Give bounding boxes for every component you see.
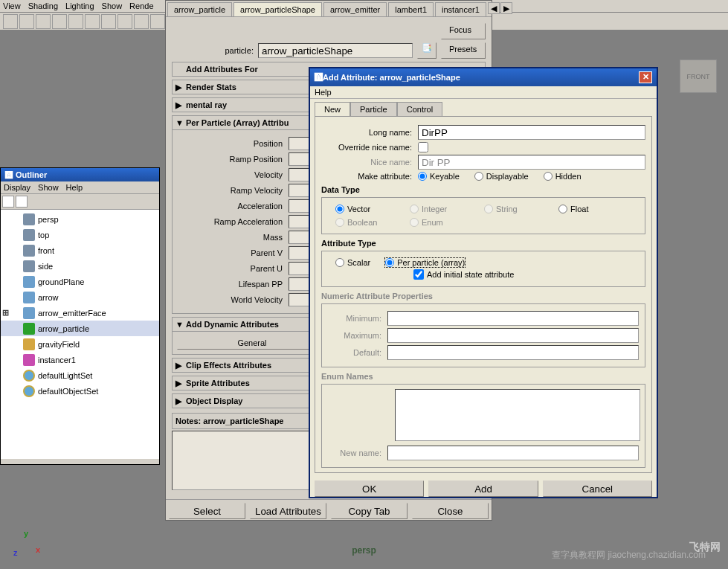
outliner-item-defaultObjectSet[interactable]: defaultObjectSet bbox=[1, 383, 159, 399]
particle-label: particle: bbox=[172, 46, 254, 55]
outliner-toggle-icon[interactable] bbox=[2, 196, 14, 208]
tab-arrow-particle[interactable]: arrow_particle bbox=[167, 2, 232, 16]
outliner-item-gravityField[interactable]: gravityField bbox=[1, 336, 159, 352]
load-attributes-button[interactable]: Load Attributes bbox=[250, 503, 326, 519]
radio-keyable[interactable]: Keyable bbox=[418, 172, 460, 181]
vp-menu-show[interactable]: Show bbox=[102, 1, 123, 10]
vp-menu-shading[interactable]: Shading bbox=[28, 1, 58, 10]
outliner-item-side[interactable]: side bbox=[1, 258, 159, 274]
radio-displayable[interactable]: Displayable bbox=[474, 172, 529, 181]
toolbar-btn[interactable] bbox=[68, 14, 83, 29]
toolbar-btn[interactable] bbox=[52, 14, 67, 29]
add-attribute-dialog: 🅰 Add Attribute: arrow_particleShape ✕ H… bbox=[309, 67, 658, 498]
radio-vector[interactable]: Vector bbox=[335, 205, 410, 213]
outliner-item-persp[interactable]: persp bbox=[1, 211, 159, 227]
tabs-prev-icon[interactable]: ◀ bbox=[488, 2, 500, 14]
vp-menu-view[interactable]: View bbox=[3, 1, 21, 10]
nice-name-label: Nice name: bbox=[321, 158, 418, 167]
presets-button[interactable]: Presets bbox=[441, 42, 486, 59]
close-button[interactable]: Close bbox=[412, 503, 489, 519]
outliner-item-groundPlane[interactable]: groundPlane bbox=[1, 274, 159, 289]
initial-state-checkbox[interactable] bbox=[413, 269, 424, 280]
select-button[interactable]: Select bbox=[169, 503, 245, 519]
outliner-menu-display[interactable]: Display bbox=[4, 183, 30, 192]
radio-per-particle[interactable]: Per particle (array) bbox=[385, 258, 465, 267]
tabs-next-icon[interactable]: ▶ bbox=[500, 2, 512, 14]
outliner-item-instancer1[interactable]: instancer1 bbox=[1, 352, 159, 367]
toolbar-btn[interactable] bbox=[19, 14, 34, 29]
outliner-menu-help[interactable]: Help bbox=[66, 183, 83, 192]
outliner-item-top[interactable]: top bbox=[1, 227, 159, 242]
toolbar-btn[interactable] bbox=[3, 14, 18, 29]
long-name-field[interactable] bbox=[418, 125, 645, 140]
watermark-text: 查字典教程网 jiaocheng.chazidian.com bbox=[552, 549, 706, 562]
general-button[interactable]: General bbox=[177, 336, 327, 350]
make-attribute-label: Make attribute: bbox=[321, 172, 418, 181]
tab-control[interactable]: Control bbox=[397, 102, 442, 116]
nice-name-field bbox=[418, 155, 645, 170]
outliner-item-arrow_particle[interactable]: arrow_particle bbox=[1, 321, 159, 336]
outliner-item-arrow_emitterFace[interactable]: ⊞arrow_emitterFace bbox=[1, 305, 159, 321]
toolbar-btn[interactable] bbox=[117, 14, 132, 29]
attr-label: Parent V bbox=[177, 248, 289, 257]
outliner-toggle-icon[interactable] bbox=[16, 196, 28, 208]
radio-boolean: Boolean bbox=[335, 218, 410, 227]
node-icon bbox=[23, 370, 35, 382]
attr-label: Mass bbox=[177, 233, 289, 242]
tab-lambert1[interactable]: lambert1 bbox=[388, 2, 434, 16]
focus-button[interactable]: Focus bbox=[441, 23, 486, 39]
tab-instancer1[interactable]: instancer1 bbox=[435, 2, 486, 16]
outliner-item-arrow[interactable]: arrow bbox=[1, 289, 159, 305]
enum-names-header: Enum Names bbox=[321, 372, 645, 381]
dialog-titlebar[interactable]: 🅰 Add Attribute: arrow_particleShape ✕ bbox=[310, 68, 657, 86]
radio-float[interactable]: Float bbox=[558, 205, 633, 213]
outliner-item-defaultLightSet[interactable]: defaultLightSet bbox=[1, 367, 159, 383]
tab-new[interactable]: New bbox=[315, 102, 350, 116]
add-button[interactable]: Add bbox=[428, 480, 538, 497]
particle-name-field[interactable] bbox=[258, 43, 413, 58]
node-icon bbox=[23, 229, 35, 241]
node-label: defaultObjectSet bbox=[38, 387, 98, 396]
tab-arrow-particle-shape[interactable]: arrow_particleShape bbox=[233, 2, 322, 16]
tab-arrow-emitter[interactable]: arrow_emitter bbox=[323, 2, 387, 16]
node-select-icon[interactable]: 📑 bbox=[417, 42, 437, 59]
minimum-field bbox=[387, 311, 639, 326]
cancel-button[interactable]: Cancel bbox=[543, 480, 652, 497]
attr-label: Velocity bbox=[177, 170, 289, 179]
long-name-label: Long name: bbox=[321, 128, 418, 137]
radio-hidden[interactable]: Hidden bbox=[544, 172, 582, 181]
outliner-menu[interactable]: Display Show Help bbox=[1, 181, 159, 194]
node-label: front bbox=[38, 246, 54, 255]
tab-particle[interactable]: Particle bbox=[350, 102, 397, 116]
close-icon[interactable]: ✕ bbox=[639, 71, 652, 83]
attr-label: Lifespan PP bbox=[177, 280, 289, 289]
dialog-menu-help[interactable]: Help bbox=[310, 86, 657, 99]
ok-button[interactable]: OK bbox=[315, 480, 424, 497]
override-nice-name-checkbox[interactable] bbox=[418, 142, 428, 152]
viewcube-icon[interactable]: FRONT bbox=[680, 60, 717, 93]
attr-label: Ramp Velocity bbox=[177, 186, 289, 195]
node-label: instancer1 bbox=[38, 356, 76, 364]
outliner-menu-show[interactable]: Show bbox=[38, 183, 59, 192]
outliner-tree[interactable]: persptopfrontsidegroundPlanearrow⊞arrow_… bbox=[1, 210, 159, 459]
enum-names-list bbox=[395, 389, 640, 441]
toolbar-btn[interactable] bbox=[85, 14, 100, 29]
radio-enum: Enum bbox=[410, 218, 484, 227]
vp-menu-render[interactable]: Rende bbox=[129, 1, 153, 10]
toolbar-btn[interactable] bbox=[101, 14, 116, 29]
toolbar-btn[interactable] bbox=[36, 14, 51, 29]
toolbar-btn[interactable] bbox=[134, 14, 149, 29]
node-icon bbox=[23, 354, 35, 366]
vp-menu-lighting[interactable]: Lighting bbox=[65, 1, 94, 10]
toolbar-btn[interactable] bbox=[150, 14, 165, 29]
node-label: persp bbox=[38, 215, 59, 224]
outliner-item-front[interactable]: front bbox=[1, 242, 159, 258]
attr-label: Acceleration bbox=[177, 202, 289, 210]
maximum-field bbox=[387, 328, 639, 343]
axis-gizmo-icon: y x z bbox=[13, 533, 36, 556]
copy-tab-button[interactable]: Copy Tab bbox=[331, 503, 408, 519]
node-label: defaultLightSet bbox=[38, 371, 92, 380]
node-label: arrow bbox=[38, 293, 59, 302]
radio-scalar[interactable]: Scalar bbox=[335, 258, 370, 267]
node-icon bbox=[23, 276, 35, 288]
